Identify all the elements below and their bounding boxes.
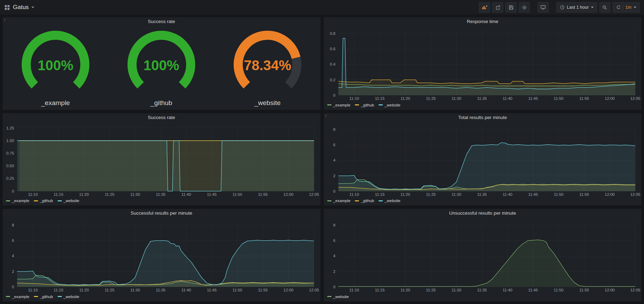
dashboard-grid-icon[interactable] <box>4 5 10 10</box>
svg-text:11:15: 11:15 <box>53 192 63 196</box>
legend-color-marker <box>327 104 331 105</box>
svg-text:11:50: 11:50 <box>554 96 563 101</box>
zoom-out-button[interactable] <box>599 2 610 13</box>
panel-title[interactable]: Success rate <box>2 17 321 26</box>
dashboard-title[interactable]: Gatus <box>13 4 29 11</box>
legend-label: _website <box>64 199 79 203</box>
svg-text:12:05: 12:05 <box>309 192 319 196</box>
legend-label: _github <box>40 199 53 203</box>
legend-item-_github[interactable]: _github <box>355 199 374 203</box>
svg-text:0.75: 0.75 <box>6 151 14 155</box>
svg-text:11:30: 11:30 <box>451 96 461 101</box>
panel-response-time: Response time 11:1011:1511:2011:2511:301… <box>323 17 642 110</box>
svg-text:11:20: 11:20 <box>400 96 410 101</box>
svg-text:2: 2 <box>12 269 14 274</box>
panel-title[interactable]: Total results per minute <box>324 113 642 122</box>
navbar: Gatus Last 1 hour <box>0 0 644 15</box>
svg-text:11:30: 11:30 <box>451 288 461 292</box>
save-button[interactable] <box>505 2 517 13</box>
panel-total-results: i Total results per minute 11:1011:1511:… <box>323 113 642 206</box>
share-button[interactable] <box>492 2 503 13</box>
legend-item-_website[interactable]: _website <box>58 295 79 299</box>
gauge-_github: 100%_github <box>109 27 215 109</box>
svg-text:11:30: 11:30 <box>130 192 140 196</box>
legend-color-marker <box>327 296 331 297</box>
legend-item-_github[interactable]: _github <box>34 295 53 299</box>
svg-text:11:10: 11:10 <box>349 96 359 101</box>
legend-item-_example[interactable]: _example <box>327 103 351 107</box>
chart-response-time[interactable]: 11:1011:1511:2011:2511:3011:3511:4011:45… <box>324 26 642 102</box>
legend-label: _github <box>361 103 374 107</box>
legend-label: _website <box>385 103 400 107</box>
svg-text:11:40: 11:40 <box>181 192 191 196</box>
refresh-icon <box>616 5 621 10</box>
legend-label: _website <box>333 295 349 299</box>
svg-text:11:15: 11:15 <box>53 288 63 292</box>
tv-mode-button[interactable] <box>537 2 549 13</box>
svg-text:11:35: 11:35 <box>156 192 166 196</box>
svg-text:0: 0 <box>333 189 335 193</box>
svg-text:12:05: 12:05 <box>309 288 319 292</box>
panel-info-icon[interactable]: i <box>4 17 5 22</box>
svg-text:11:40: 11:40 <box>503 192 512 196</box>
svg-text:12:05: 12:05 <box>630 192 640 196</box>
gauge-value: 78.34% <box>244 58 291 73</box>
chart-legend: _website <box>324 293 642 302</box>
chart-success-rate[interactable]: 11:1011:1511:2011:2511:3011:3511:4011:45… <box>2 122 321 198</box>
refresh-picker[interactable]: 1m <box>613 2 640 13</box>
legend-item-_example[interactable]: _example <box>6 295 29 299</box>
svg-text:2: 2 <box>333 173 335 178</box>
svg-text:11:45: 11:45 <box>528 96 538 101</box>
svg-text:11:45: 11:45 <box>528 192 538 196</box>
svg-text:11:25: 11:25 <box>426 288 436 292</box>
legend-color-marker <box>34 296 38 297</box>
chart-total-results[interactable]: 11:1011:1511:2011:2511:3011:3511:4011:45… <box>324 122 642 198</box>
svg-text:11:20: 11:20 <box>400 288 410 292</box>
legend-item-_example[interactable]: _example <box>6 199 29 203</box>
legend-item-_website[interactable]: _website <box>379 103 400 107</box>
svg-text:11:55: 11:55 <box>579 288 589 292</box>
chart-successful-results[interactable]: 11:1011:1511:2011:2511:3011:3511:4011:45… <box>2 218 321 293</box>
clock-icon <box>560 5 565 10</box>
legend-color-marker <box>6 296 10 297</box>
svg-text:0: 0 <box>12 285 14 289</box>
legend-label: _website <box>64 295 79 299</box>
svg-text:11:35: 11:35 <box>477 192 487 196</box>
gauge-label: _website <box>254 99 280 107</box>
svg-text:11:50: 11:50 <box>554 192 563 196</box>
legend-item-_website[interactable]: _website <box>327 295 349 299</box>
svg-text:11:10: 11:10 <box>28 192 38 196</box>
svg-text:11:40: 11:40 <box>503 96 512 101</box>
legend-item-_example[interactable]: _example <box>327 199 351 203</box>
chart-unsuccessful-results[interactable]: 11:1011:1511:2011:2511:3011:3511:4011:45… <box>324 218 642 293</box>
panel-title[interactable]: Successful results per minute <box>2 209 321 218</box>
settings-gear-button[interactable] <box>519 2 530 13</box>
panel-title[interactable]: Response time <box>324 17 642 26</box>
chart-legend: _example_github_website <box>324 102 642 110</box>
time-range-picker[interactable]: Last 1 hour <box>556 2 597 13</box>
legend-item-_github[interactable]: _github <box>355 103 374 107</box>
chart-legend: _example_github_website <box>2 197 321 206</box>
svg-text:11:10: 11:10 <box>349 192 359 196</box>
legend-item-_website[interactable]: _website <box>379 199 400 203</box>
legend-label: _example <box>12 295 29 299</box>
svg-text:11:55: 11:55 <box>258 288 268 292</box>
chart-legend: _example_github_website <box>2 293 321 302</box>
legend-color-marker <box>58 296 62 297</box>
svg-text:11:20: 11:20 <box>400 192 410 196</box>
svg-text:0.25: 0.25 <box>6 176 14 180</box>
svg-text:11:30: 11:30 <box>130 288 140 292</box>
legend-color-marker <box>34 200 38 201</box>
gauge-label: _github <box>150 99 172 107</box>
svg-text:2: 2 <box>333 269 335 274</box>
dashboard-grid: i Success rate 100%_example100%_github78… <box>0 15 644 304</box>
panel-title[interactable]: Unsuccessful results per minute <box>324 209 642 218</box>
panel-title[interactable]: Success rate <box>2 113 321 122</box>
svg-text:0.50: 0.50 <box>6 164 14 168</box>
legend-item-_website[interactable]: _website <box>58 199 79 203</box>
legend-color-marker <box>58 200 62 201</box>
dashboard-caret-icon[interactable] <box>31 7 34 8</box>
panel-info-icon[interactable]: i <box>325 113 327 118</box>
add-panel-button[interactable] <box>479 2 490 13</box>
legend-item-_github[interactable]: _github <box>34 199 53 203</box>
